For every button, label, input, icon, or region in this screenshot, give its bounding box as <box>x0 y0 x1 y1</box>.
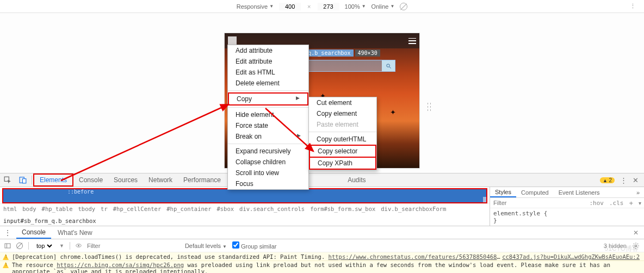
search-button[interactable] <box>382 60 395 71</box>
svg-point-8 <box>78 245 79 246</box>
throttle-select[interactable]: Online▼ <box>371 3 395 10</box>
watermark-text: 51CTO博客 <box>605 244 639 253</box>
styles-tab-computed[interactable]: Computed <box>516 187 554 197</box>
inspect-size-tooltip: 490×30 <box>355 49 380 57</box>
styles-more-tabs-icon[interactable]: » <box>632 189 644 196</box>
svg-rect-4 <box>22 179 26 183</box>
menu-collapse-children[interactable]: Collapse children <box>228 157 308 167</box>
devtools-tabbar: Elements Console Sources Network Perform… <box>0 173 644 187</box>
inspect-element-icon[interactable] <box>0 173 15 187</box>
resize-handle[interactable] <box>426 95 432 119</box>
selected-dom-node[interactable]: ::before <input class="b_searchbox" id="… <box>2 188 487 203</box>
menu-delete-element[interactable]: Delete element <box>228 78 308 89</box>
styles-filter-input[interactable] <box>493 200 586 206</box>
drawer-tab-whatsnew[interactable]: What's New <box>52 226 98 239</box>
menu-add-attribute[interactable]: Add attribute <box>228 45 308 56</box>
menu-copy-outerhtml[interactable]: Copy outerHTML <box>309 134 376 145</box>
menu-focus[interactable]: Focus <box>228 178 308 189</box>
console-filter-input[interactable] <box>87 243 179 249</box>
menu-edit-as-html[interactable]: Edit as HTML <box>228 67 308 78</box>
hov-toggle[interactable]: :hov <box>586 200 606 207</box>
styles-tab-listeners[interactable]: Event Listeners <box>554 187 605 197</box>
group-similar-checkbox[interactable]: Group similar <box>232 241 276 250</box>
warning-icon <box>3 262 9 268</box>
console-drawer: ⋮ Console What's New ✕ top ▼ Default lev… <box>0 226 644 273</box>
site-logo-icon <box>228 36 237 45</box>
menu-copy[interactable]: Copy▶ <box>228 92 308 106</box>
menu-paste-element: Paste element <box>309 119 376 130</box>
menu-copy-element[interactable]: Copy element <box>309 108 376 119</box>
menu-force-state[interactable]: Force state <box>228 120 308 131</box>
menu-expand-recursively[interactable]: Expand recursively <box>228 146 308 157</box>
warning-icon <box>3 254 9 260</box>
menu-cut-element[interactable]: Cut element <box>309 97 376 108</box>
dimension-separator: × <box>307 3 311 10</box>
svg-rect-5 <box>5 244 10 248</box>
styles-pin-icon[interactable]: ▾ <box>636 200 644 206</box>
menu-break-on[interactable]: Break on▶ <box>228 131 308 142</box>
device-toolbar: Responsive▼ × 100%▼ Online▼ ⋮ <box>0 0 644 13</box>
close-drawer-icon[interactable]: ✕ <box>628 229 644 237</box>
menu-hide-element[interactable]: Hide element <box>228 109 308 120</box>
console-sidebar-icon[interactable] <box>4 243 11 249</box>
console-warning-row[interactable]: The resource https://cn.bing.com/sa/simg… <box>0 261 644 273</box>
panel-more-icon[interactable]: ⋮ <box>620 176 627 184</box>
height-input[interactable] <box>318 3 339 10</box>
console-warning-row[interactable]: cc8437ad.js?bu=DikuX…wdGhgZKwBsAEuoAEu:2… <box>0 253 644 261</box>
context-select[interactable]: top <box>34 242 54 250</box>
scrollbar-thumb[interactable] <box>483 197 487 203</box>
menu-copy-selector[interactable]: Copy selector <box>309 145 376 158</box>
menu-edit-attribute[interactable]: Edit attribute <box>228 56 308 67</box>
tab-performance[interactable]: Performance <box>178 173 226 187</box>
menu-scroll-into-view[interactable]: Scroll into view <box>228 167 308 178</box>
tab-sources[interactable]: Sources <box>108 173 143 187</box>
cls-toggle[interactable]: .cls <box>606 200 627 207</box>
drawer-menu-icon[interactable]: ⋮ <box>0 229 15 237</box>
tab-elements[interactable]: Elements <box>33 173 73 187</box>
svg-point-0 <box>386 64 389 67</box>
dom-breadcrumbs[interactable]: html body #hp_table tbody tr #hp_cellCen… <box>0 203 490 226</box>
styles-tab-styles[interactable]: Styles <box>490 187 516 197</box>
element-style-rule[interactable]: element.style { <box>493 210 641 217</box>
warning-source-link[interactable]: cc8437ad.js?bu=DikuX…wdGhgZKwBsAEuoAEu:2 <box>502 253 640 260</box>
device-mode-select[interactable]: Responsive▼ <box>237 3 274 10</box>
tab-audits[interactable]: Audits <box>342 173 371 187</box>
warnings-count-badge[interactable]: ▲ 2 <box>600 177 615 183</box>
device-toggle-icon[interactable] <box>15 173 30 187</box>
drawer-tab-console[interactable]: Console <box>16 226 51 239</box>
styles-panel: Styles Computed Event Listeners » :hov .… <box>490 187 644 226</box>
zoom-select[interactable]: 100%▼ <box>345 3 366 10</box>
search-icon <box>386 63 392 69</box>
new-style-rule-icon[interactable]: + <box>626 199 636 207</box>
width-input[interactable] <box>279 3 301 10</box>
clear-console-icon[interactable] <box>16 243 23 249</box>
orientation-icon[interactable] <box>400 3 407 10</box>
more-options-icon[interactable]: ⋮ <box>630 3 636 10</box>
log-levels-select[interactable]: Default levels ▼ <box>185 243 227 249</box>
element-context-menu: Add attribute Edit attribute Edit as HTM… <box>227 45 309 190</box>
hamburger-icon[interactable] <box>408 38 416 44</box>
menu-copy-xpath[interactable]: Copy XPath <box>309 157 376 170</box>
copy-submenu: Cut element Copy element Paste element C… <box>308 97 377 170</box>
tab-console[interactable]: Console <box>73 173 108 187</box>
elements-panel: ::before <input class="b_searchbox" id="… <box>0 187 490 226</box>
close-devtools-icon[interactable]: ✕ <box>633 176 639 184</box>
svg-line-1 <box>389 66 391 68</box>
eye-icon[interactable] <box>76 243 82 249</box>
tab-network[interactable]: Network <box>143 173 178 187</box>
